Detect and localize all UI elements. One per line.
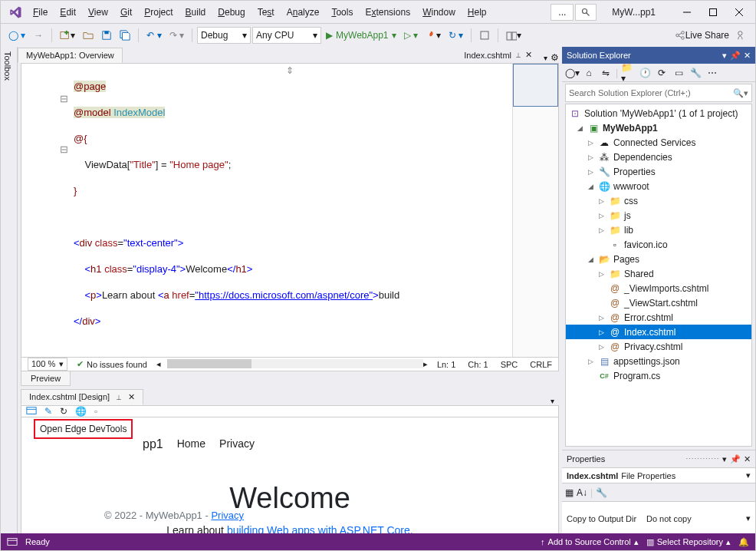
design-globe-icon[interactable]: 🌐 [75, 406, 87, 417]
design-refresh-icon[interactable]: ↻ [60, 406, 67, 417]
save-button[interactable] [98, 27, 115, 44]
platform-dropdown[interactable]: Any CPU▾ [252, 27, 321, 44]
tree-js-folder[interactable]: ▷📁js [566, 208, 751, 223]
panel-dropdown-icon[interactable]: ▾ [722, 51, 727, 61]
tree-project[interactable]: ◢▣MyWebApp1 [566, 120, 751, 135]
tree-solution[interactable]: ⊡Solution 'MyWebApp1' (1 of 1 project) [566, 106, 751, 120]
nav-home[interactable]: Home [177, 437, 205, 451]
line-indicator[interactable]: Ln: 1 [437, 360, 455, 369]
editor-h-scrollbar[interactable]: ◂▸ [156, 359, 428, 369]
props-alpha-icon[interactable]: A↓ [577, 487, 587, 498]
panel-close-icon[interactable]: ✕ [744, 51, 751, 61]
menu-test[interactable]: Test [251, 4, 281, 21]
properties-object-dropdown[interactable]: Index.cshtml File Properties ▾ [562, 467, 755, 483]
search-box[interactable]: ... [551, 4, 574, 21]
pin-icon[interactable]: ⟂ [516, 51, 521, 59]
code-editor[interactable]: ⇕ ⊟ ⊟ @page @model IndexModel @{ ViewDat… [21, 63, 559, 358]
add-source-control-button[interactable]: ↑ Add to Source Control ▴ [541, 537, 639, 547]
tree-connected-services[interactable]: ▷☁Connected Services [566, 135, 751, 150]
se-home-icon[interactable]: ⌂ [582, 66, 596, 80]
fold-icon[interactable]: ⊟ [21, 93, 71, 104]
start-debug-button[interactable]: ▶ MyWebApp1 ▾ [323, 27, 399, 44]
tree-program-cs[interactable]: C#Program.cs [566, 368, 751, 383]
se-more-icon[interactable]: ⋯ [705, 66, 719, 80]
lineend-indicator[interactable]: CRLF [530, 360, 552, 369]
menu-tools[interactable]: Tools [325, 4, 359, 21]
se-filter-icon[interactable]: ▭ [672, 66, 685, 80]
se-back-icon[interactable]: ◯▾ [565, 66, 579, 80]
hot-reload-button[interactable]: ▾ [422, 27, 444, 44]
notifications-icon[interactable]: 🔔 [738, 537, 749, 547]
fold-icon[interactable]: ⊟ [21, 144, 71, 155]
nav-fwd-button[interactable]: → [30, 27, 47, 44]
undo-button[interactable]: ↶ ▾ [143, 27, 164, 44]
tree-appsettings[interactable]: ▷▤appsettings.json [566, 354, 751, 368]
tb-extra1[interactable] [476, 27, 493, 44]
tree-error-cshtml[interactable]: ▷@Error.cshtml [566, 310, 751, 325]
code-content[interactable]: @page @model IndexModel @{ ViewData["Tit… [71, 64, 512, 357]
nav-back-button[interactable]: ◯ ▾ [5, 27, 28, 44]
tree-viewimports[interactable]: @_ViewImports.cshtml [566, 281, 751, 295]
tree-privacy-cshtml[interactable]: ▷@Privacy.cshtml [566, 339, 751, 354]
tree-pages-folder[interactable]: ◢📂Pages [566, 252, 751, 266]
pin-icon[interactable]: ⟂ [117, 393, 121, 401]
code-minimap[interactable] [512, 64, 558, 357]
toolbox-tab[interactable]: Toolbox [1, 47, 18, 535]
props-dropdown-icon[interactable]: ▾ [722, 454, 727, 464]
se-sync-icon[interactable]: ⇋ [599, 66, 613, 80]
menu-extensions[interactable]: Extensions [359, 4, 416, 21]
privacy-link[interactable]: Privacy [211, 510, 244, 521]
feedback-button[interactable] [734, 27, 751, 44]
tree-index-cshtml[interactable]: ▷@Index.cshtml [566, 325, 751, 339]
zoom-dropdown[interactable]: 100 %▾ [28, 358, 67, 371]
menu-project[interactable]: Project [138, 4, 179, 21]
panel-pin-icon[interactable]: 📌 [730, 51, 741, 61]
menu-debug[interactable]: Debug [212, 4, 251, 21]
close-button[interactable] [726, 2, 752, 22]
tab-dropdown-icon[interactable]: ▾ [544, 54, 547, 62]
split-handle-icon[interactable]: ⇕ [286, 65, 294, 76]
tb-extra2[interactable]: ▾ [503, 27, 524, 44]
open-button[interactable] [80, 27, 97, 44]
properties-grid[interactable]: Copy to Output Dir Do not copy ▾ [562, 501, 755, 535]
select-repo-button[interactable]: ▥ Select Repository ▴ [646, 537, 731, 547]
menu-help[interactable]: Help [462, 4, 493, 21]
browser-link-button[interactable]: ↻ ▾ [445, 27, 466, 44]
tree-properties[interactable]: ▷🔧Properties [566, 164, 751, 179]
tree-favicon[interactable]: ▫favicon.ico [566, 237, 751, 252]
tab-gear-icon[interactable]: ⚙ [551, 52, 559, 63]
solution-search-input[interactable]: Search Solution Explorer (Ctrl+;) 🔍▾ [565, 84, 752, 102]
nav-privacy[interactable]: Privacy [219, 437, 255, 451]
preview-tab-button[interactable]: Preview [21, 371, 71, 386]
props-categorized-icon[interactable]: ▦ [565, 487, 574, 498]
close-tab-icon[interactable]: ✕ [128, 392, 135, 401]
menu-file[interactable]: FFileile [27, 4, 54, 21]
new-project-button[interactable]: ▾ [57, 27, 78, 44]
tab-overview[interactable]: MyWebApp1: Overview [18, 48, 123, 63]
start-nodebug-button[interactable]: ▷ ▾ [401, 27, 421, 44]
search-icon[interactable] [575, 4, 597, 21]
se-refresh-icon[interactable]: 🕐 [638, 66, 652, 80]
col-indicator[interactable]: Ch: 1 [468, 360, 488, 369]
close-tab-icon[interactable]: ✕ [525, 50, 532, 60]
props-pin-icon[interactable]: 📌 [730, 454, 741, 464]
tab-design[interactable]: Index.cshtml [Design] ⟂ ✕ [21, 389, 143, 405]
tree-css-folder[interactable]: ▷📁css [566, 193, 751, 208]
issues-indicator[interactable]: ✔No issues found [77, 359, 147, 369]
tree-lib-folder[interactable]: ▷📁lib [566, 223, 751, 237]
menu-edit[interactable]: Edit [54, 4, 82, 21]
menu-window[interactable]: Window [416, 4, 462, 21]
menu-build[interactable]: Build [179, 4, 212, 21]
menu-analyze[interactable]: Analyze [281, 4, 326, 21]
save-all-button[interactable] [117, 27, 133, 44]
menu-view[interactable]: View [82, 4, 114, 21]
props-wrench-icon[interactable]: 🔧 [596, 487, 607, 498]
tab-index-cshtml[interactable]: Index.cshtml ⟂ ✕ [455, 47, 541, 63]
maximize-button[interactable] [700, 2, 726, 22]
se-show-all-icon[interactable]: 📁▾ [621, 66, 635, 80]
tree-viewstart[interactable]: @_ViewStart.cshtml [566, 295, 751, 310]
config-dropdown[interactable]: Debug▾ [197, 27, 251, 44]
design-doc-icon[interactable]: ▫ [94, 406, 97, 417]
solution-tree[interactable]: ⊡Solution 'MyWebApp1' (1 of 1 project) ◢… [565, 104, 752, 447]
se-collapse-icon[interactable]: ⟳ [655, 66, 669, 80]
